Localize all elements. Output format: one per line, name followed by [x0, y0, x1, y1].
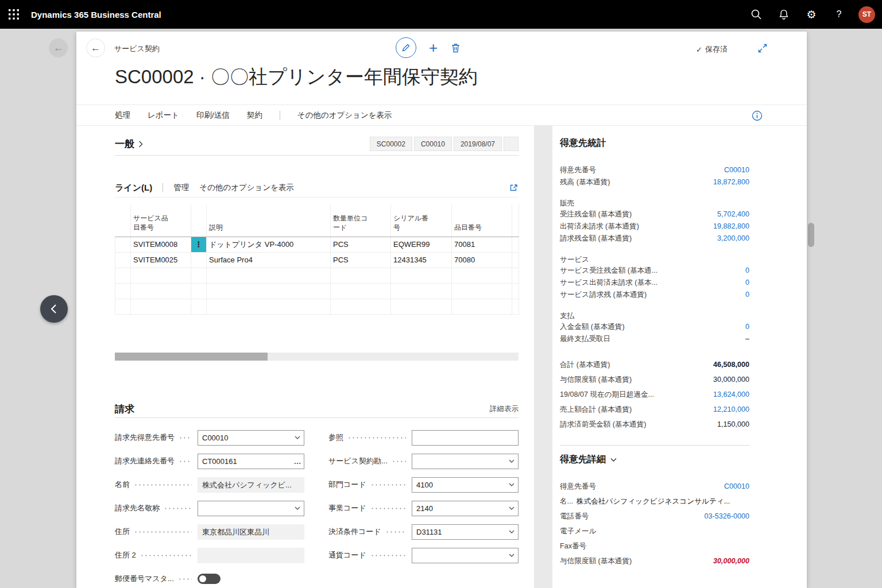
bill-to-customer-input[interactable]	[198, 434, 291, 442]
empty-cell[interactable]	[131, 299, 191, 314]
empty-cell[interactable]	[512, 283, 519, 299]
open-in-new-window-icon[interactable]	[509, 183, 519, 192]
empty-cell[interactable]	[391, 299, 452, 314]
empty-cell[interactable]	[191, 268, 207, 283]
chevron-down-icon[interactable]	[505, 459, 518, 463]
empty-cell[interactable]	[331, 283, 391, 299]
reference-inputbox[interactable]	[412, 430, 519, 446]
menu-item-more-options[interactable]: その他のオプションを表示	[297, 110, 392, 121]
col-uom-code[interactable]: 数量単位コ ード	[331, 204, 391, 237]
empty-cell[interactable]	[131, 283, 191, 299]
honorific-combobox[interactable]	[198, 501, 304, 516]
uom-cell[interactable]: PCS	[331, 252, 391, 268]
filler-cell[interactable]	[512, 252, 519, 268]
col-item-no[interactable]: 品目番号	[452, 204, 512, 237]
serial-cell[interactable]: EQWER99	[391, 237, 452, 252]
menu-item-print-send[interactable]: 印刷/送信	[196, 110, 230, 121]
lines-more-options[interactable]: その他のオプションを表示	[199, 183, 294, 193]
chevron-down-icon[interactable]	[505, 506, 518, 510]
help-icon[interactable]: ?	[827, 3, 850, 26]
breadcrumb[interactable]: サービス契約	[114, 44, 160, 54]
empty-cell[interactable]	[331, 299, 391, 314]
settings-gear-icon[interactable]: ⚙	[800, 3, 823, 26]
stat-value-link[interactable]: 0	[745, 323, 749, 331]
edit-button[interactable]	[396, 37, 416, 58]
chevron-down-icon[interactable]	[291, 506, 304, 510]
menu-item-process[interactable]: 処理	[115, 110, 130, 121]
stat-value-link[interactable]: 5,702,400	[717, 210, 749, 218]
empty-cell[interactable]	[115, 283, 131, 299]
stat-value-link[interactable]: C00010	[724, 166, 749, 174]
payment-terms-input[interactable]	[412, 528, 505, 536]
bill-to-contact-input[interactable]	[198, 457, 291, 466]
empty-cell[interactable]	[452, 299, 512, 314]
reference-input[interactable]	[412, 434, 518, 442]
empty-cell[interactable]	[115, 268, 131, 283]
lines-tab[interactable]: ライン(L)	[115, 183, 152, 194]
empty-cell[interactable]	[207, 268, 331, 283]
notifications-bell-icon[interactable]	[772, 3, 795, 26]
description-cell[interactable]: Surface Pro4	[207, 252, 331, 268]
bill-to-customer-combobox[interactable]	[198, 430, 304, 446]
service-item-cell[interactable]: SVITEM0008	[131, 237, 191, 252]
back-button[interactable]: ←	[86, 38, 105, 57]
app-launcher-waffle-icon[interactable]	[0, 0, 28, 29]
empty-cell[interactable]	[512, 299, 519, 314]
department-input[interactable]	[412, 481, 505, 489]
description-cell[interactable]: ドットプリンタ VP-4000	[207, 237, 331, 252]
empty-cell[interactable]	[207, 299, 331, 314]
empty-cell[interactable]	[191, 283, 207, 299]
postcode-master-toggle[interactable]	[198, 574, 220, 584]
currency-combobox[interactable]	[412, 548, 519, 563]
row-selector-cell[interactable]	[115, 237, 131, 252]
stat-value-link[interactable]: 3,200,000	[717, 234, 749, 242]
menu-item-report[interactable]: レポート	[148, 110, 179, 121]
contract-account-combobox[interactable]	[412, 454, 519, 469]
search-icon[interactable]	[745, 3, 768, 26]
currency-input[interactable]	[412, 551, 505, 560]
empty-cell[interactable]	[207, 283, 331, 299]
serial-cell[interactable]: 12431345	[391, 252, 452, 268]
page-vertical-scrollbar[interactable]	[808, 223, 814, 247]
delete-button[interactable]	[450, 42, 461, 53]
stat-value-link[interactable]: 13,624,000	[713, 390, 749, 399]
contract-account-input[interactable]	[412, 457, 505, 466]
chevron-down-icon[interactable]	[291, 436, 304, 440]
empty-cell[interactable]	[512, 268, 519, 283]
uom-cell[interactable]: PCS	[331, 237, 391, 252]
billing-section-toggle[interactable]: 請求	[115, 403, 134, 416]
service-item-cell[interactable]: SVITEM0025	[131, 252, 191, 268]
assist-edit-icon[interactable]: …	[291, 457, 304, 466]
business-combobox[interactable]	[412, 501, 519, 516]
menu-item-contract[interactable]: 契約	[247, 110, 262, 121]
item-no-cell[interactable]: 70081	[452, 237, 512, 252]
filler-cell[interactable]	[512, 237, 519, 252]
previous-record-button[interactable]	[40, 295, 68, 323]
empty-cell[interactable]	[115, 299, 131, 314]
stat-value-link[interactable]: 12,210,000	[713, 405, 749, 413]
stat-value-link[interactable]: 18,872,800	[713, 178, 749, 186]
collapse-page-button[interactable]	[757, 43, 768, 53]
stat-value-link[interactable]: 0	[745, 278, 749, 287]
app-title[interactable]: Dynamics 365 Business Central	[31, 10, 161, 20]
col-serial-no[interactable]: シリアル番 号	[391, 204, 452, 237]
show-more-link[interactable]: 詳細表示	[490, 404, 519, 414]
business-input[interactable]	[412, 504, 505, 513]
stat-value-link[interactable]: 0	[745, 266, 749, 274]
item-no-cell[interactable]: 70080	[452, 252, 512, 268]
chevron-down-icon[interactable]	[505, 554, 518, 558]
empty-cell[interactable]	[391, 268, 452, 283]
row-menu-icon[interactable]: ⋮	[191, 237, 207, 252]
col-service-item-no[interactable]: サービス品 目番号	[131, 204, 191, 237]
honorific-input[interactable]	[198, 504, 291, 513]
user-avatar[interactable]: ST	[858, 6, 875, 23]
bill-to-contact-assistbox[interactable]: …	[198, 454, 304, 469]
empty-cell[interactable]	[452, 268, 512, 283]
empty-cell[interactable]	[452, 283, 512, 299]
payment-terms-combobox[interactable]	[412, 524, 519, 540]
detail-value-link[interactable]: 03-5326-0000	[705, 512, 749, 520]
lines-manage-menu[interactable]: 管理	[173, 183, 189, 193]
stat-value-link[interactable]: 19,882,800	[713, 222, 749, 230]
customer-details-title[interactable]: 得意先詳細	[560, 454, 749, 466]
col-description[interactable]: 説明	[207, 204, 331, 237]
